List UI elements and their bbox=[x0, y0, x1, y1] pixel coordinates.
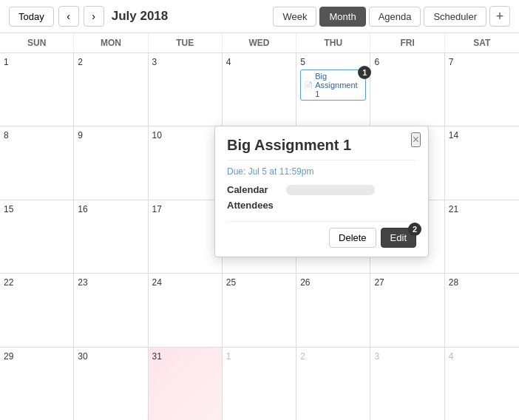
day-cell-aug3: 3 bbox=[370, 348, 444, 420]
next-button[interactable]: › bbox=[84, 6, 104, 27]
day-cell-jul5: 5 📄 Big Assignment 1 1 bbox=[296, 53, 370, 126]
prev-button[interactable]: ‹ bbox=[58, 6, 79, 27]
popup-attendees-field: Attendees bbox=[227, 200, 416, 211]
day-cell-jul28: 28 bbox=[445, 274, 519, 346]
day-cell-jul15: 15 bbox=[0, 200, 74, 273]
day-cell-jul8: 8 bbox=[0, 126, 74, 199]
day-headers: SUN MON TUE WED THU FRI SAT bbox=[0, 33, 519, 53]
day-cell-jul7: 7 bbox=[445, 53, 519, 126]
day-cell-jul22: 22 bbox=[0, 274, 74, 346]
day-cell-jul26: 26 bbox=[296, 274, 370, 346]
day-cell-jul9: 9 bbox=[74, 126, 148, 199]
week-row-4: 22 23 24 25 26 27 28 bbox=[0, 274, 519, 347]
day-header-tue: TUE bbox=[149, 33, 223, 52]
day-cell-jul10: 10 bbox=[149, 126, 223, 199]
day-header-sun: SUN bbox=[0, 33, 74, 52]
popup-close-button[interactable]: × bbox=[411, 132, 421, 147]
today-button[interactable]: Today bbox=[9, 7, 54, 27]
calendar-header: Today ‹ › July 2018 Week Month Agenda Sc… bbox=[0, 0, 519, 33]
day-cell-jul17: 17 bbox=[149, 200, 223, 273]
day-cell-jul2: 2 bbox=[74, 53, 148, 126]
day-cell-jul21: 21 bbox=[445, 200, 519, 273]
popup-calendar-label: Calendar bbox=[227, 184, 286, 195]
day-cell-jul25: 25 bbox=[223, 274, 296, 346]
event-chip-big-assignment-1[interactable]: 📄 Big Assignment 1 1 bbox=[300, 70, 366, 101]
day-cell-aug4: 4 bbox=[445, 348, 519, 420]
add-event-button[interactable]: + bbox=[489, 6, 510, 27]
view-agenda-button[interactable]: Agenda bbox=[369, 7, 421, 27]
view-month-button[interactable]: Month bbox=[319, 7, 365, 27]
popup-attendees-label: Attendees bbox=[227, 200, 286, 211]
week-row-5: 29 30 31 1 2 3 4 bbox=[0, 348, 519, 420]
edit-button[interactable]: Edit 2 bbox=[381, 228, 416, 248]
day-cell-jul1: 1 bbox=[0, 53, 74, 126]
day-cell-jul4: 4 bbox=[223, 53, 296, 126]
day-cell-jul29: 29 bbox=[0, 348, 74, 420]
day-header-wed: WED bbox=[223, 33, 296, 52]
day-header-thu: THU bbox=[296, 33, 370, 52]
day-header-fri: FRI bbox=[370, 33, 444, 52]
popup-actions: Delete Edit 2 bbox=[227, 221, 416, 248]
event-chip-label: Big Assignment 1 bbox=[315, 72, 362, 98]
day-cell-aug2: 2 bbox=[296, 348, 370, 420]
day-header-sat: SAT bbox=[445, 33, 519, 52]
event-badge-1: 1 bbox=[358, 66, 371, 79]
day-cell-jul16: 16 bbox=[74, 200, 148, 273]
day-cell-jul23: 23 bbox=[74, 274, 148, 346]
popup-title: Big Assignment 1 bbox=[227, 137, 416, 160]
month-title: July 2018 bbox=[112, 9, 169, 24]
view-week-button[interactable]: Week bbox=[273, 7, 316, 27]
popup-calendar-field: Calendar bbox=[227, 184, 416, 195]
event-doc-icon: 📄 bbox=[304, 81, 313, 89]
day-header-mon: MON bbox=[74, 33, 148, 52]
popup-due: Due: Jul 5 at 11:59pm bbox=[227, 166, 416, 177]
day-cell-jul27: 27 bbox=[370, 274, 444, 346]
day-cell-jul24: 24 bbox=[149, 274, 223, 346]
popup-calendar-value bbox=[286, 185, 375, 195]
view-scheduler-button[interactable]: Scheduler bbox=[424, 7, 486, 27]
week-row-1: 1 2 3 4 5 📄 Big Assignment 1 1 6 7 bbox=[0, 53, 519, 126]
day-cell-aug1: 1 bbox=[223, 348, 296, 420]
day-cell-jul31: 31 bbox=[149, 348, 223, 420]
edit-badge-2: 2 bbox=[408, 223, 421, 236]
day-cell-jul6: 6 bbox=[370, 53, 444, 126]
day-cell-jul30: 30 bbox=[74, 348, 148, 420]
event-detail-popup: × Big Assignment 1 Due: Jul 5 at 11:59pm… bbox=[214, 126, 429, 257]
day-cell-jul14: 14 bbox=[445, 126, 519, 199]
delete-button[interactable]: Delete bbox=[329, 228, 376, 248]
day-cell-jul3: 3 bbox=[149, 53, 223, 126]
